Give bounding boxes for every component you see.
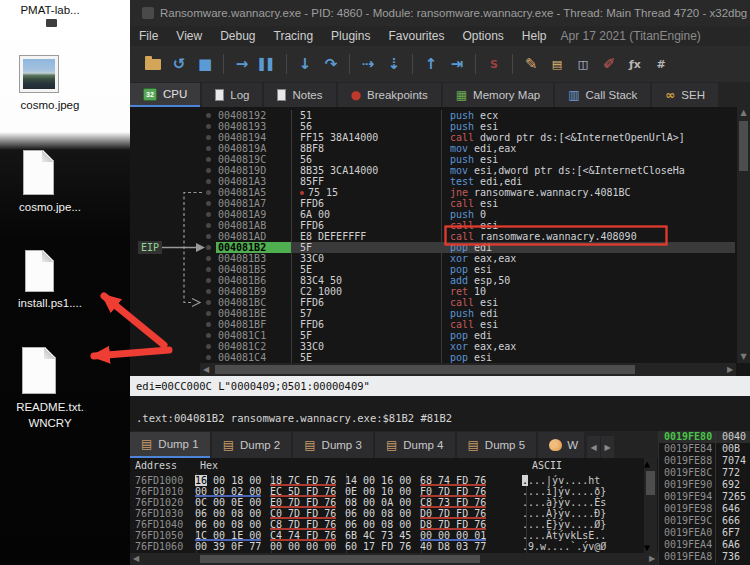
tab-memory-map[interactable]: ▦Memory Map xyxy=(443,83,553,107)
disasm-row[interactable]: 0040819A8BF8mov edi,eax xyxy=(130,143,735,154)
readme-wncry-document-icon[interactable] xyxy=(22,347,56,394)
scroll-right-icon[interactable]: ▶ xyxy=(646,553,658,565)
breakpoint-dot[interactable] xyxy=(200,319,216,330)
breakpoint-dot[interactable] xyxy=(200,220,216,231)
stack-row[interactable]: 0019FEA06F7 xyxy=(659,527,750,539)
install-ps1-document-icon[interactable] xyxy=(25,250,54,292)
disasm-row[interactable]: 0040819251push ecx xyxy=(130,110,735,121)
disasm-row[interactable]: 004081B9C2 1000ret 10 xyxy=(130,286,735,297)
execute-till-return-icon[interactable]: ↑ xyxy=(420,53,442,75)
desktop-icon-cosmo-jpeg-label[interactable]: cosmo.jpeg xyxy=(0,99,105,111)
hex-dump-row[interactable]: 76FD103006 00 08 00C0 7D FD 7606 00 08 0… xyxy=(130,508,658,519)
scrollbar-thumb[interactable] xyxy=(739,121,748,171)
disasm-row[interactable]: 004081ADE8 DEFEFFFFcall ransomware.wanna… xyxy=(130,231,735,242)
menu-item-favourites[interactable]: Favourites xyxy=(379,26,453,46)
restart-icon[interactable]: ↺ xyxy=(168,53,190,75)
highlight-icon[interactable]: ✐ xyxy=(598,53,620,75)
step-over-icon[interactable]: ↷ xyxy=(320,53,342,75)
breakpoint-dot[interactable] xyxy=(200,165,216,176)
stack-row[interactable]: 0019FE8400B xyxy=(659,443,750,455)
desktop-icon-cosmo-jpe-label[interactable]: cosmo.jpe... xyxy=(0,201,105,213)
tab-dump-4[interactable]: ▤Dump 4 xyxy=(375,432,455,458)
scrollbar-thumb[interactable] xyxy=(646,471,655,495)
disasm-row[interactable]: 004081C233C0xor eax,eax xyxy=(130,341,735,352)
stack-panel[interactable]: 0019FE8000400019FE8400B0019FE8870740019F… xyxy=(658,431,750,565)
disasm-row[interactable]: 004081BE57push edi xyxy=(130,308,735,319)
stack-row[interactable]: 0019FE90692 xyxy=(659,479,750,491)
disasm-row[interactable]: 004081A7FFD6call esi xyxy=(130,198,735,209)
stack-row[interactable]: 0019FE800040 xyxy=(659,431,750,443)
stack-row[interactable]: 0019FE9C666 xyxy=(659,515,750,527)
disasm-row[interactable]: 0040819D8B35 3CA14000mov esi,dword ptr d… xyxy=(130,165,735,176)
disasm-row[interactable]: 004081A575 15jne ransomware.wannacry.408… xyxy=(130,187,735,198)
stack-row[interactable]: 0019FE887074 xyxy=(659,455,750,467)
hex-dump-row[interactable]: 76FD10501C 00 1E 00C4 74 FD 766B 4C 73 4… xyxy=(130,530,658,541)
disasm-row[interactable]: 004081B333C0xor eax,eax xyxy=(130,253,735,264)
scroll-up-icon[interactable]: ▲ xyxy=(737,107,750,119)
tab-scroll-left-icon[interactable]: ◀ xyxy=(587,436,600,458)
desktop-icon-pmat-lab[interactable]: PMAT-lab... xyxy=(0,4,105,16)
tab-call-stack[interactable]: ▥Call Stack xyxy=(555,83,650,107)
breakpoint-dot[interactable] xyxy=(200,264,216,275)
hex-dump-row[interactable]: 76FD106000 39 0F 7700 00 00 0060 17 FD 7… xyxy=(130,541,658,552)
hex-dump-panel[interactable]: Address Hex ASCII 76FD100016 00 18 0018 … xyxy=(130,458,658,565)
tab-log[interactable]: Log xyxy=(202,83,262,107)
stack-row[interactable]: 0019FE98646 xyxy=(659,503,750,515)
disasm-row[interactable]: 004081C45Epop esi xyxy=(130,352,735,363)
menu-item-file[interactable]: File xyxy=(130,26,167,46)
tab-dump-3[interactable]: ▤Dump 3 xyxy=(293,432,373,458)
hex-dump-row[interactable]: 76FD101000 00 02 00EC 5D FD 760E 00 10 0… xyxy=(130,486,658,497)
tab-breakpoints[interactable]: ●Breakpoints xyxy=(338,83,441,107)
tab-scroll-right-icon[interactable]: ▶ xyxy=(601,436,614,458)
hex-dump-row[interactable]: 76FD10200C 00 0E 00E0 7D FD 7608 00 0A 0… xyxy=(130,497,658,508)
cosmo-jpeg-thumbnail-icon[interactable] xyxy=(20,56,58,92)
menu-item-view[interactable]: View xyxy=(167,26,211,46)
breakpoint-dot[interactable] xyxy=(200,330,216,341)
disasm-row[interactable]: 00408194FF15 38A14000call dword ptr ds:[… xyxy=(130,132,735,143)
breakpoint-dot[interactable] xyxy=(200,341,216,352)
disasm-row[interactable]: 004081C15Fpop edi xyxy=(130,330,735,341)
breakpoint-dot[interactable] xyxy=(200,143,216,154)
breakpoint-dot[interactable] xyxy=(200,110,216,121)
disasm-row[interactable]: 004081A385FFtest edi,edi xyxy=(130,176,735,187)
hash-icon[interactable]: # xyxy=(650,53,672,75)
breakpoint-dot[interactable] xyxy=(200,121,216,132)
menu-item-help[interactable]: Help xyxy=(513,26,556,46)
menu-item-plugins[interactable]: Plugins xyxy=(322,26,379,46)
tab-cpu[interactable]: 32CPU xyxy=(130,83,200,107)
label-icon[interactable]: ◫ xyxy=(572,53,594,75)
cosmo-jpe-document-icon[interactable] xyxy=(23,150,54,195)
disassembly-view[interactable]: EIP 0040819251push ecx0040819356push esi… xyxy=(130,107,750,376)
breakpoint-dot[interactable] xyxy=(200,187,216,198)
tab-seh[interactable]: ∞SEH xyxy=(652,83,718,107)
animate-icon[interactable]: S xyxy=(483,53,505,75)
scroll-up-icon[interactable]: ▲ xyxy=(644,458,657,469)
disasm-row[interactable]: 004081BFFFD6call esi xyxy=(130,319,735,330)
scroll-left-icon[interactable]: ◀ xyxy=(130,553,142,565)
disasm-row[interactable]: 004081ABFFD6call esi xyxy=(130,220,735,231)
breakpoint-dot[interactable] xyxy=(200,132,216,143)
open-file-icon[interactable] xyxy=(142,53,164,75)
stack-row[interactable]: 0019FEA46A6 xyxy=(659,539,750,551)
stack-row[interactable]: 0019FEA8736 xyxy=(659,551,750,563)
breakpoint-dot[interactable] xyxy=(200,352,216,363)
disassembly-horizontal-scrollbar[interactable]: ◀ ▶ xyxy=(200,363,736,376)
menu-item-debug[interactable]: Debug xyxy=(211,26,264,46)
tab-dump-1[interactable]: ▤Dump 1 xyxy=(130,432,210,458)
breakpoint-dot[interactable] xyxy=(200,308,216,319)
dump-vertical-scrollbar[interactable]: ▲ ▼ xyxy=(644,458,657,553)
scroll-down-icon[interactable]: ▼ xyxy=(737,351,750,363)
stop-icon[interactable]: ■ xyxy=(194,53,216,75)
disassembly-vertical-scrollbar[interactable]: ▲ ▼ xyxy=(737,107,750,363)
tab-notes[interactable]: Notes xyxy=(264,83,335,107)
breakpoint-dot[interactable] xyxy=(200,242,216,253)
stack-row[interactable]: 0019FE947265 xyxy=(659,491,750,503)
disasm-row[interactable]: 0040819C56push esi xyxy=(130,154,735,165)
breakpoint-dot[interactable] xyxy=(200,176,216,187)
dump-horizontal-scrollbar[interactable]: ◀ ▶ xyxy=(130,553,658,565)
disasm-row[interactable]: 004081B25Fpop edi xyxy=(130,242,735,253)
step-into-icon[interactable]: ↓ xyxy=(294,53,316,75)
menu-item-tracing[interactable]: Tracing xyxy=(265,26,323,46)
trace-over-icon[interactable]: ⇣ xyxy=(383,53,405,75)
scroll-right-icon[interactable]: ▶ xyxy=(724,363,736,376)
